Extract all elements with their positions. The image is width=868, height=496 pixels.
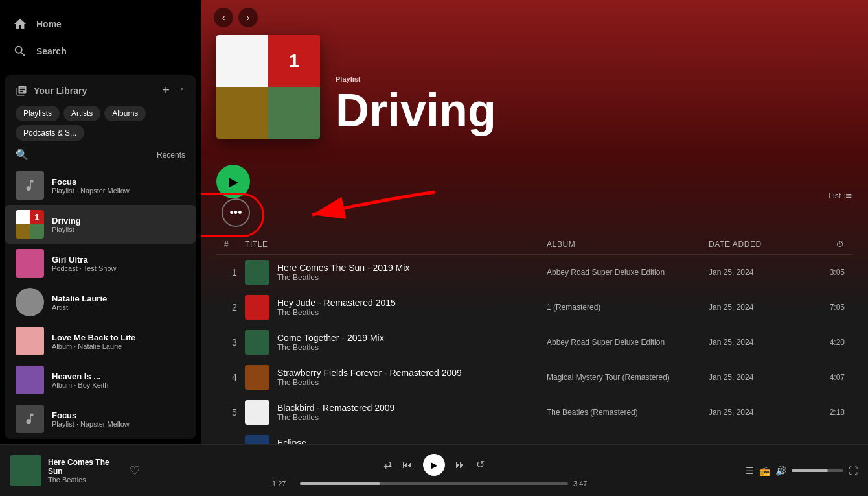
track-album: 1 (Remastered) [547,303,709,312]
home-label: Home [36,19,62,29]
device-icon[interactable]: 📻 [759,466,770,476]
filter-artists[interactable]: Artists [63,106,100,121]
track-date: Jan 25, 2024 [709,268,806,277]
track-text: Here Comes The Sun - 2019 Mix The Beatle… [277,263,409,282]
fullscreen-icon[interactable]: ⛶ [849,466,858,476]
player-track-info: Here Comes The Sun The Beatles ♡ [10,455,140,486]
track-duration: 4:07 [806,373,845,382]
list-item[interactable]: Heaven Is ... Album · Boy Keith [5,360,196,399]
recents-label[interactable]: Recents [157,150,185,159]
list-item[interactable]: Arabic podcasts & news talks Podcast · v… [5,438,196,439]
controls-row: ▶ ••• [216,154,852,235]
track-artist: The Beatles [277,308,396,317]
progress-bar[interactable] [300,482,568,485]
track-text: Hey Jude - Remastered 2015 The Beatles [277,298,396,317]
volume-icon[interactable]: 🔊 [775,466,786,476]
cover-quad-2: 1 [268,35,320,87]
track-row[interactable]: 1 Here Comes The Sun - 2019 Mix The Beat… [216,255,852,290]
item-thumb [16,405,44,433]
track-row[interactable]: 4 Strawberry Fields Forever - Remastered… [216,360,852,395]
item-thumb [16,249,44,278]
add-library-icon[interactable]: + [162,83,170,98]
player-track-artist: The Beatles [48,476,117,484]
play-button[interactable]: ▶ [216,165,250,198]
track-artist: The Beatles [277,413,394,422]
sidebar-item-search[interactable]: Search [5,38,196,65]
col-header-title: Title [245,240,547,249]
list-item[interactable]: Love Me Back to Life Album · Natalie Lau… [5,322,196,360]
item-sub: Playlist · Napster Mellow [52,187,185,195]
player-bar: Here Comes The Sun The Beatles ♡ ⇄ ⏮ ▶ ⏭… [0,444,868,496]
queue-icon[interactable]: ☰ [746,466,754,476]
item-sub: Album · Boy Keith [52,381,185,389]
repeat-button[interactable]: ↺ [476,458,485,471]
track-duration: 2:18 [806,408,845,417]
track-artist: The Beatles [277,343,384,352]
home-icon [13,17,27,31]
track-row[interactable]: 5 Blackbird - Remastered 2009 The Beatle… [216,395,852,430]
playlist-type-label: Playlist [336,75,852,83]
item-sub: Playlist · Napster Mellow [52,420,185,428]
previous-button[interactable]: ⏮ [402,459,413,471]
track-thumb [245,295,269,320]
item-info: Heaven Is ... Album · Boy Keith [52,372,185,389]
item-sub: Podcast · Test Show [52,265,185,272]
item-thumb [16,288,44,316]
forward-button[interactable]: › [238,8,258,27]
volume-bar[interactable] [792,469,843,472]
filter-playlists[interactable]: Playlists [16,106,60,121]
library-section: Your Library + → Playlists Artists Album… [5,75,196,439]
list-item[interactable]: Focus Playlist · Napster Mellow [5,399,196,438]
more-options-button[interactable]: ••• [222,198,250,227]
list-view-button[interactable]: List [828,191,852,200]
top-bar: ‹ › [201,0,868,35]
shuffle-button[interactable]: ⇄ [383,458,392,471]
library-list: Focus Playlist · Napster Mellow 1 [5,166,196,439]
item-thumb-driving: 1 [16,210,44,239]
track-row[interactable]: 6 Eclipse Dominic Miller, Neil Stacey Ne… [216,430,852,444]
back-button[interactable]: ‹ [214,8,233,27]
heart-icon[interactable]: ♡ [130,464,140,478]
list-item[interactable]: Natalie Laurie Artist [5,283,196,322]
expand-library-icon[interactable]: → [175,83,185,98]
search-label: Search [36,46,67,56]
player-track-text: Here Comes The Sun The Beatles [48,458,117,484]
player-play-button[interactable]: ▶ [423,454,445,476]
progress-current: 1:27 [272,480,295,488]
track-duration: 4:20 [806,338,845,347]
item-info: Girl Ultra Podcast · Test Show [52,255,185,272]
sidebar-item-home[interactable]: Home [5,10,196,38]
track-number: 3 [224,337,245,348]
track-name: Eclipse [277,438,369,444]
next-button[interactable]: ⏭ [455,459,466,471]
track-name: Blackbird - Remastered 2009 [277,403,394,413]
library-filter-tabs: Playlists Artists Albums Podcasts & S... [5,103,196,146]
list-item[interactable]: Girl Ultra Podcast · Test Show [5,244,196,283]
cover-quad-1 [216,35,268,87]
col-header-duration: ⏱ [806,240,845,249]
filter-albums[interactable]: Albums [104,106,146,121]
track-name: Strawberry Fields Forever - Remastered 2… [277,368,462,378]
item-name: Focus [52,410,185,420]
track-info: Eclipse Dominic Miller, Neil Stacey [245,435,547,444]
track-number: 4 [224,372,245,383]
list-item[interactable]: Focus Playlist · Napster Mellow [5,166,196,205]
item-thumb-focus [16,171,44,200]
list-item-driving[interactable]: 1 Driving Playlist [5,205,196,244]
track-row[interactable]: 3 Come Together - 2019 Mix The Beatles A… [216,325,852,360]
item-info-driving: Driving Playlist [52,216,185,233]
main-content: ‹ › 1 Playlist Driving ▶ ••• [201,0,868,444]
track-date: Jan 25, 2024 [709,338,806,347]
track-thumb [245,330,269,355]
library-search-icon[interactable]: 🔍 [16,148,29,161]
track-number: 1 [224,267,245,278]
track-name: Here Comes The Sun - 2019 Mix [277,263,409,273]
playlist-title: Driving [336,87,852,134]
track-rows: 1 Here Comes The Sun - 2019 Mix The Beat… [216,255,852,444]
item-sub-driving: Playlist [52,226,185,233]
item-name: Heaven Is ... [52,372,185,381]
track-row[interactable]: 2 Hey Jude - Remastered 2015 The Beatles… [216,290,852,325]
filter-podcasts[interactable]: Podcasts & S... [16,125,84,141]
track-list-area: ▶ ••• [201,154,868,444]
track-info: Strawberry Fields Forever - Remastered 2… [245,365,547,390]
